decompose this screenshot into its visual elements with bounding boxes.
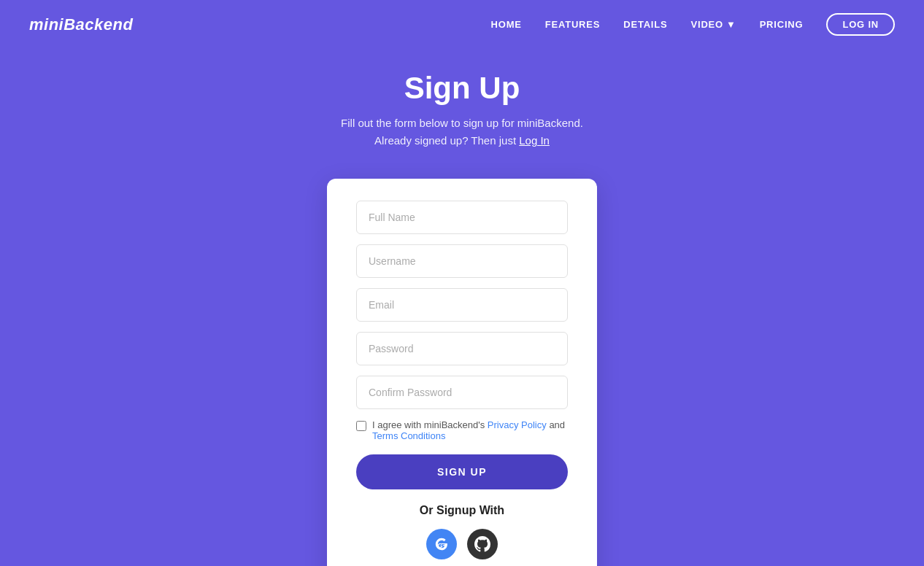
username-input[interactable] — [356, 244, 568, 278]
nav-home[interactable]: HOME — [491, 19, 522, 30]
signup-form-card: I agree with miniBackend's Privacy Polic… — [327, 179, 597, 566]
signup-button[interactable]: SIGN UP — [356, 454, 568, 489]
nav-pricing[interactable]: PRICING — [760, 19, 804, 30]
confirm-password-group — [356, 376, 568, 409]
nav-video[interactable]: VIDEO ▼ — [691, 19, 736, 30]
password-group — [356, 332, 568, 365]
or-section: Or Signup With — [356, 504, 568, 517]
email-input[interactable] — [356, 288, 568, 322]
confirm-password-input[interactable] — [356, 376, 568, 409]
privacy-policy-link[interactable]: Privacy Policy — [488, 419, 547, 430]
nav-links: HOME FEATURES DETAILS VIDEO ▼ PRICING LO… — [491, 13, 895, 36]
login-button[interactable]: LOG IN — [826, 13, 895, 36]
google-plus-icon: G+ — [434, 536, 450, 552]
social-icons: G+ — [356, 529, 568, 559]
full-name-group — [356, 201, 568, 234]
github-signup-button[interactable] — [467, 529, 498, 559]
username-group — [356, 244, 568, 278]
terms-row: I agree with miniBackend's Privacy Polic… — [356, 419, 568, 441]
page-title: Sign Up — [15, 71, 909, 106]
brand-logo: miniBackend — [29, 15, 133, 34]
terms-link[interactable]: Terms Conditions — [372, 430, 445, 441]
google-signup-button[interactable]: G+ — [426, 529, 457, 559]
navbar: miniBackend HOME FEATURES DETAILS VIDEO … — [0, 0, 924, 49]
agree-checkbox[interactable] — [356, 421, 366, 431]
hero-section: Sign Up Fill out the form below to sign … — [0, 49, 924, 164]
hero-subtitle: Fill out the form below to sign up for m… — [15, 115, 909, 150]
login-link[interactable]: Log In — [519, 134, 550, 147]
nav-details[interactable]: DETAILS — [623, 19, 667, 30]
password-input[interactable] — [356, 332, 568, 365]
chevron-down-icon: ▼ — [726, 19, 736, 30]
github-icon — [474, 536, 490, 552]
svg-text:G+: G+ — [438, 542, 447, 549]
nav-features[interactable]: FEATURES — [545, 19, 601, 30]
signup-form: I agree with miniBackend's Privacy Polic… — [356, 201, 568, 504]
full-name-input[interactable] — [356, 201, 568, 234]
email-group — [356, 288, 568, 322]
